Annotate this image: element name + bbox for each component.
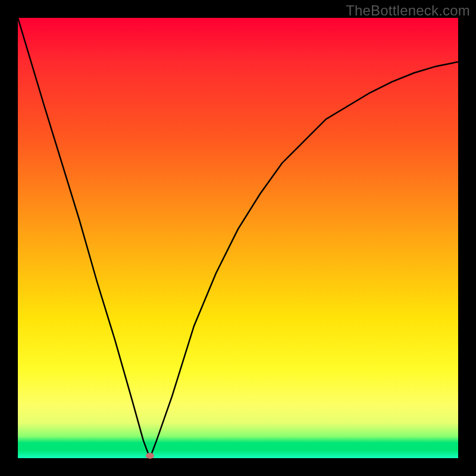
chart-frame: TheBottleneck.com bbox=[0, 0, 476, 476]
plot-area bbox=[18, 18, 458, 458]
min-marker bbox=[146, 453, 154, 459]
watermark-text: TheBottleneck.com bbox=[346, 2, 470, 19]
curve-path bbox=[18, 18, 458, 458]
bottleneck-curve bbox=[18, 18, 458, 458]
